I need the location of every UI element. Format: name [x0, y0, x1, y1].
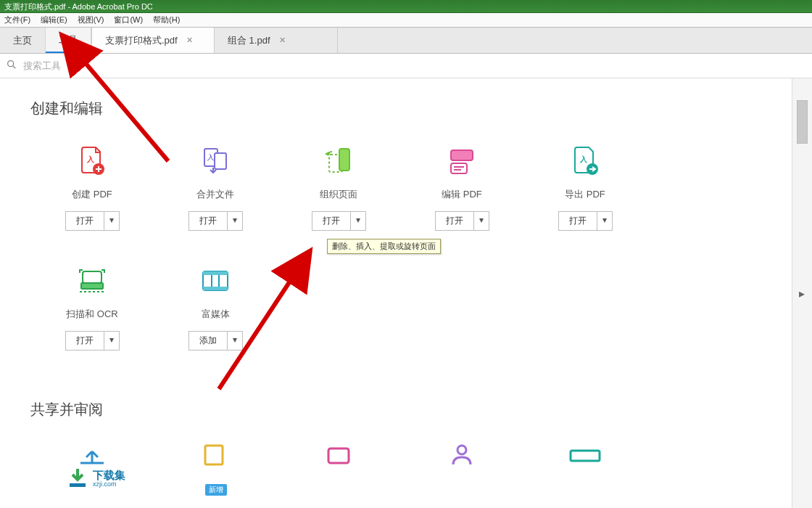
- scrollbar-thumb[interactable]: [797, 100, 808, 144]
- button-label: 添加: [189, 332, 228, 350]
- chevron-down-icon[interactable]: ▾: [104, 332, 119, 350]
- section-create-edit-title: 创建和编辑: [30, 99, 761, 118]
- tool-stamp[interactable]: [277, 438, 400, 472]
- chevron-down-icon[interactable]: ▾: [474, 212, 489, 230]
- watermark-url: xzji.com: [93, 480, 125, 488]
- tab-document-2-label: 组合 1.pdf: [228, 34, 270, 47]
- svg-rect-24: [328, 448, 349, 463]
- menu-bar: 文件(F) 编辑(E) 视图(V) 窗口(W) 帮助(H): [0, 13, 812, 28]
- close-icon[interactable]: ✕: [186, 36, 193, 45]
- tool-create-pdf[interactable]: 入 创建 PDF 打开 ▾: [30, 137, 154, 257]
- tool-rich-media-label: 富媒体: [202, 308, 230, 321]
- download-icon: [65, 466, 90, 491]
- tab-document-1[interactable]: 支票打印格式.pdf ✕: [91, 28, 215, 53]
- svg-point-25: [457, 446, 466, 454]
- tool-measure[interactable]: [523, 438, 647, 472]
- tool-person[interactable]: [400, 438, 523, 472]
- tab-document-2[interactable]: 组合 1.pdf ✕: [215, 28, 338, 53]
- svg-rect-20: [203, 287, 228, 290]
- chevron-down-icon[interactable]: ▾: [597, 212, 612, 230]
- tool-export-pdf-label: 导出 PDF: [565, 188, 605, 201]
- tool-edit-pdf-label: 编辑 PDF: [442, 188, 482, 201]
- tab-strip: 主页 工具 支票打印格式.pdf ✕ 组合 1.pdf ✕: [0, 28, 812, 54]
- comments-icon: [199, 438, 232, 472]
- svg-rect-10: [451, 163, 467, 173]
- tools-panel: 创建和编辑 入 创建 PDF 打开 ▾: [0, 78, 792, 508]
- button-label: 打开: [559, 212, 597, 230]
- scrollbar-collapse-icon[interactable]: ▸: [792, 284, 812, 303]
- button-label: 打开: [189, 212, 228, 230]
- tool-create-pdf-open-button[interactable]: 打开 ▾: [65, 211, 120, 231]
- svg-rect-19: [203, 271, 228, 275]
- svg-line-1: [13, 66, 15, 68]
- button-label: 打开: [312, 212, 351, 230]
- tool-scan-open-button[interactable]: 打开 ▾: [65, 331, 120, 351]
- search-icon: [6, 59, 17, 73]
- svg-rect-6: [215, 153, 226, 169]
- svg-rect-9: [451, 150, 473, 160]
- watermark-text: 下载集: [93, 470, 125, 480]
- button-label: 打开: [436, 212, 474, 230]
- button-label: 打开: [66, 212, 104, 230]
- menu-help[interactable]: 帮助(H): [153, 15, 180, 25]
- svg-rect-23: [205, 446, 223, 464]
- tool-combine-files[interactable]: 入 合并文件 打开 ▾: [154, 137, 277, 257]
- tab-home[interactable]: 主页: [0, 28, 46, 53]
- svg-rect-29: [70, 483, 86, 487]
- menu-window[interactable]: 窗口(W): [114, 15, 143, 25]
- svg-rect-26: [571, 451, 600, 461]
- tab-tools[interactable]: 工具: [46, 28, 91, 53]
- combine-files-icon: 入: [199, 144, 232, 178]
- tool-export-pdf[interactable]: 入 导出 PDF 打开 ▾: [523, 137, 647, 257]
- svg-text:入: 入: [86, 155, 95, 163]
- svg-text:入: 入: [207, 154, 215, 161]
- close-icon[interactable]: ✕: [279, 36, 286, 45]
- person-icon: [445, 438, 478, 472]
- search-input[interactable]: [23, 60, 212, 71]
- rich-media-icon: [199, 264, 232, 298]
- tool-scan-ocr-label: 扫描和 OCR: [66, 308, 118, 321]
- tool-export-open-button[interactable]: 打开 ▾: [558, 211, 613, 231]
- share-review-row: [30, 438, 761, 472]
- organize-pages-icon: [322, 144, 355, 178]
- tool-rich-media[interactable]: 富媒体 添加 ▾: [154, 257, 277, 377]
- tool-scan-ocr[interactable]: 扫描和 OCR 打开 ▾: [30, 257, 154, 377]
- tools-grid: 入 创建 PDF 打开 ▾ 入 合并文件: [30, 137, 761, 377]
- search-bar: [0, 54, 812, 78]
- tool-rich-media-add-button[interactable]: 添加 ▾: [188, 331, 243, 351]
- tab-document-1-label: 支票打印格式.pdf: [105, 34, 178, 47]
- chevron-down-icon[interactable]: ▾: [104, 212, 119, 230]
- svg-rect-8: [339, 149, 349, 171]
- svg-point-0: [8, 61, 14, 67]
- badge-new: 新增: [205, 484, 227, 496]
- measure-icon: [568, 438, 602, 472]
- tool-edit-open-button[interactable]: 打开 ▾: [435, 211, 489, 231]
- tool-organize-open-button[interactable]: 打开 ▾: [312, 211, 366, 231]
- export-pdf-icon: 入: [568, 144, 602, 178]
- svg-rect-15: [83, 271, 102, 283]
- tool-create-pdf-label: 创建 PDF: [72, 188, 112, 201]
- watermark-logo: 下载集 xzji.com: [65, 466, 125, 491]
- tool-organize-pages-label: 组织页面: [320, 188, 357, 201]
- scan-ocr-icon: [75, 264, 109, 298]
- stamp-icon: [322, 438, 355, 472]
- tooltip-organize-pages: 删除、插入、提取或旋转页面: [327, 239, 441, 254]
- svg-rect-16: [81, 283, 103, 289]
- section-share-review-title: 共享并审阅: [30, 400, 761, 419]
- button-label: 打开: [66, 332, 104, 350]
- edit-pdf-icon: [445, 144, 478, 178]
- menu-file[interactable]: 文件(F): [4, 15, 30, 25]
- tool-send-comments[interactable]: [154, 438, 277, 472]
- chevron-down-icon[interactable]: ▾: [228, 212, 242, 230]
- vertical-scrollbar[interactable]: ▸: [792, 78, 812, 508]
- title-bar: 支票打印格式.pdf - Adobe Acrobat Pro DC: [0, 0, 812, 13]
- tool-combine-files-label: 合并文件: [196, 188, 234, 201]
- svg-text:入: 入: [579, 155, 588, 163]
- chevron-down-icon[interactable]: ▾: [228, 332, 242, 350]
- create-pdf-icon: 入: [75, 144, 109, 178]
- menu-edit[interactable]: 编辑(E): [41, 15, 67, 25]
- menu-view[interactable]: 视图(V): [78, 15, 104, 25]
- tool-combine-open-button[interactable]: 打开 ▾: [188, 211, 243, 231]
- chevron-down-icon[interactable]: ▾: [351, 212, 365, 230]
